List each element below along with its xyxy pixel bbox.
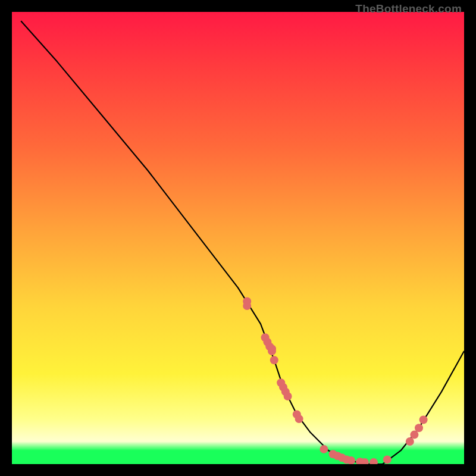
chart-svg <box>12 12 464 464</box>
scatter-point <box>419 416 428 424</box>
scatter-point <box>295 415 303 423</box>
scatter-point <box>243 302 251 310</box>
chart-stage: TheBottleneck.com <box>0 0 476 476</box>
scatter-layer <box>243 297 427 464</box>
curve-layer <box>21 21 464 464</box>
scatter-point <box>410 431 418 439</box>
scatter-point <box>369 458 378 464</box>
scatter-point <box>268 347 276 355</box>
scatter-point <box>320 445 328 453</box>
credit-label: TheBottleneck.com <box>355 2 462 15</box>
scatter-point <box>284 392 292 400</box>
scatter-point <box>415 424 423 432</box>
scatter-point <box>270 356 278 364</box>
scatter-point <box>383 455 392 464</box>
scatter-point <box>406 437 414 446</box>
curve-path <box>21 21 464 464</box>
gradient-plot-area <box>12 12 464 464</box>
